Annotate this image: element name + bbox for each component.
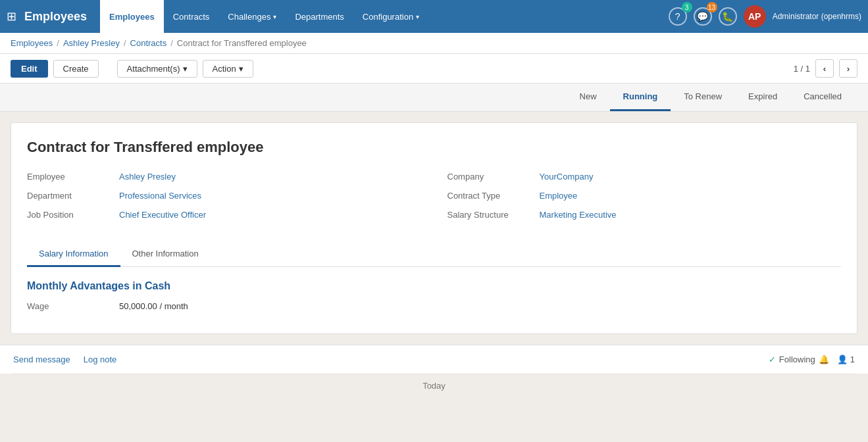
- toolbar: Edit Create Attachment(s) ▾ Action ▾ 1 /…: [0, 54, 868, 84]
- question-icon-button[interactable]: ? 3: [669, 7, 687, 26]
- pager-prev-button[interactable]: ‹: [815, 59, 834, 78]
- chat-icon-button[interactable]: 💬 13: [694, 7, 712, 26]
- fields-col-left: Employee Ashley Presley Department Profe…: [27, 172, 421, 229]
- pager-next-button[interactable]: ›: [839, 59, 857, 78]
- breadcrumb-sep-3: /: [170, 38, 173, 48]
- grid-icon[interactable]: ⊞: [7, 9, 16, 24]
- breadcrumb-sep-1: /: [57, 38, 59, 48]
- nav-item-configuration[interactable]: Configuration ▾: [353, 0, 428, 33]
- log-note-button[interactable]: Log note: [84, 355, 117, 364]
- create-button[interactable]: Create: [53, 60, 99, 78]
- status-bar: New Running To Renew Expired Cancelled: [0, 84, 868, 112]
- nav-item-employees[interactable]: Employees: [100, 0, 164, 33]
- field-job-position: Job Position Chief Executive Officer: [27, 210, 421, 220]
- field-company: Company YourCompany: [447, 172, 842, 182]
- contract-type-label: Contract Type: [447, 191, 540, 201]
- chatter-bar: Send message Log note ✓ Following 🔔 👤 1: [0, 345, 868, 374]
- question-badge: 3: [682, 2, 692, 12]
- chatter-right: ✓ Following 🔔 👤 1: [769, 355, 855, 364]
- chevron-down-icon: ▾: [239, 64, 243, 74]
- field-department: Department Professional Services: [27, 191, 421, 201]
- nav-item-contracts[interactable]: Contracts: [164, 0, 219, 33]
- contract-card: Contract for Transffered employee Employ…: [11, 122, 857, 334]
- status-running[interactable]: Running: [610, 84, 671, 111]
- edit-button[interactable]: Edit: [11, 60, 48, 78]
- tab-other-information[interactable]: Other Information: [120, 242, 211, 267]
- salary-structure-value[interactable]: Marketing Executive: [540, 210, 617, 220]
- company-value[interactable]: YourCompany: [540, 172, 594, 182]
- field-contract-type: Contract Type Employee: [447, 191, 842, 201]
- avatar[interactable]: AP: [744, 5, 766, 28]
- nav-item-challenges[interactable]: Challenges ▾: [218, 0, 286, 33]
- chevron-down-icon: ▾: [273, 13, 276, 20]
- top-navigation: ⊞ Employees Employees Contracts Challeng…: [0, 0, 868, 33]
- chevron-down-icon: ▾: [416, 13, 419, 20]
- department-label: Department: [27, 191, 119, 201]
- contract-title: Contract for Transffered employee: [27, 139, 841, 156]
- app-title: Employees: [24, 10, 87, 24]
- following-button[interactable]: ✓ Following 🔔: [769, 355, 829, 364]
- toolbar-right: 1 / 1 ‹ ›: [794, 59, 857, 78]
- status-to-renew[interactable]: To Renew: [671, 84, 735, 111]
- today-label: Today: [0, 374, 868, 397]
- wage-label: Wage: [27, 301, 119, 311]
- admin-label[interactable]: Administrator (openhrms): [773, 12, 861, 21]
- job-position-value[interactable]: Chief Executive Officer: [119, 210, 206, 220]
- status-cancelled[interactable]: Cancelled: [790, 84, 855, 111]
- employee-label: Employee: [27, 172, 119, 182]
- breadcrumb-ashley[interactable]: Ashley Presley: [63, 38, 120, 48]
- attachments-button[interactable]: Attachment(s) ▾: [117, 60, 197, 78]
- salary-structure-label: Salary Structure: [447, 210, 540, 220]
- status-expired[interactable]: Expired: [735, 84, 790, 111]
- person-icon: 👤: [837, 355, 848, 364]
- fields-col-right: Company YourCompany Contract Type Employ…: [447, 172, 842, 229]
- main-content: Contract for Transffered employee Employ…: [0, 112, 868, 345]
- salary-section-title: Monthly Advantages in Cash: [27, 280, 841, 292]
- follower-button[interactable]: 👤 1: [837, 355, 855, 364]
- breadcrumb-sep-2: /: [124, 38, 126, 48]
- wage-value: 50,000.00 / month: [119, 301, 188, 311]
- wage-row: Wage 50,000.00 / month: [27, 301, 841, 311]
- contract-type-value[interactable]: Employee: [540, 191, 578, 201]
- breadcrumb-contracts[interactable]: Contracts: [130, 38, 167, 48]
- job-position-label: Job Position: [27, 210, 119, 220]
- employee-value[interactable]: Ashley Presley: [119, 172, 176, 182]
- action-button[interactable]: Action ▾: [203, 60, 253, 78]
- nav-items: Employees Contracts Challenges ▾ Departm…: [100, 0, 669, 33]
- field-employee: Employee Ashley Presley: [27, 172, 421, 182]
- status-new[interactable]: New: [567, 84, 610, 111]
- company-label: Company: [447, 172, 540, 182]
- bell-icon: 🔔: [819, 355, 829, 364]
- field-salary-structure: Salary Structure Marketing Executive: [447, 210, 842, 220]
- salary-section: Monthly Advantages in Cash Wage 50,000.0…: [27, 267, 841, 311]
- tab-salary-information[interactable]: Salary Information: [27, 242, 120, 267]
- tabs-container: Salary Information Other Information: [27, 242, 841, 267]
- chat-badge: 13: [707, 2, 717, 12]
- breadcrumb-employees[interactable]: Employees: [11, 38, 53, 48]
- department-value[interactable]: Professional Services: [119, 191, 201, 201]
- nav-item-departments[interactable]: Departments: [286, 0, 353, 33]
- pager-count: 1 / 1: [794, 64, 810, 74]
- check-icon: ✓: [769, 355, 776, 364]
- send-message-button[interactable]: Send message: [13, 355, 70, 364]
- bug-icon-button[interactable]: 🐛: [719, 7, 737, 26]
- chatter-left: Send message Log note: [13, 355, 116, 364]
- chevron-down-icon: ▾: [183, 64, 188, 74]
- breadcrumb-current: Contract for Transffered employee: [177, 38, 307, 48]
- breadcrumb: Employees / Ashley Presley / Contracts /…: [0, 33, 868, 54]
- nav-right: ? 3 💬 13 🐛 AP Administrator (openhrms): [669, 5, 861, 28]
- fields-row: Employee Ashley Presley Department Profe…: [27, 172, 841, 229]
